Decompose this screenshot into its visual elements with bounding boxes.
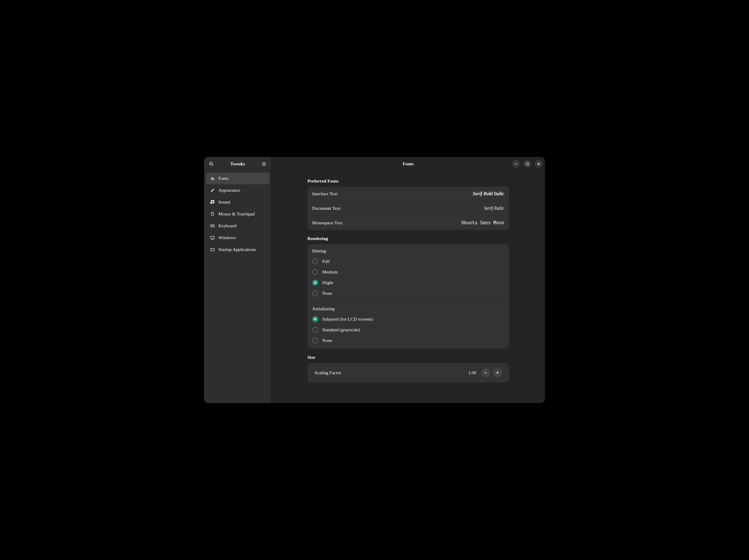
keyboard-icon <box>210 223 215 228</box>
hinting-none-row[interactable]: None <box>307 288 509 299</box>
hinting-option-label: None <box>322 291 333 296</box>
hinting-medium-row[interactable]: Medium <box>307 267 509 277</box>
section-title-size: Size <box>307 355 509 360</box>
hinting-option-label: Slight <box>322 280 333 285</box>
radio-icon <box>312 327 318 333</box>
svg-line-1 <box>212 165 213 166</box>
antialiasing-option-label: None <box>322 338 333 343</box>
scaling-increment-button[interactable] <box>493 368 502 377</box>
menu-button[interactable] <box>259 159 269 169</box>
antialiasing-section: Antialiasing Subpixel (for LCD screens) … <box>307 302 509 349</box>
appearance-icon <box>210 188 215 193</box>
close-icon <box>537 163 540 165</box>
page-title: Fonts <box>272 161 545 167</box>
monospace-text-label: Monospace Text <box>312 220 343 225</box>
sidebar-item-startup-applications[interactable]: Startup Applications <box>206 243 269 255</box>
hinting-full-row[interactable]: Full <box>307 256 509 267</box>
scaling-factor-value[interactable]: 1.00 <box>468 370 476 375</box>
content-scroll: Preferred Fonts Interface Text Serif Bol… <box>272 171 545 403</box>
hinting-option-label: Full <box>322 259 330 264</box>
windows-icon <box>210 235 215 240</box>
scaling-factor-controls: 1.00 <box>468 368 501 377</box>
antialiasing-none-row[interactable]: None <box>307 335 509 346</box>
sidebar-item-fonts[interactable]: Fonts <box>206 172 269 184</box>
main-panel: Fonts <box>272 157 545 403</box>
sidebar-list: Fonts Appearance <box>204 171 271 257</box>
folder-icon <box>210 247 215 252</box>
sidebar-item-windows[interactable]: Windows <box>206 232 269 243</box>
search-button[interactable] <box>207 159 216 169</box>
antialiasing-standard-row[interactable]: Standard (grayscale) <box>307 324 509 335</box>
sidebar-item-label: Appearance <box>218 188 240 193</box>
sidebar-item-label: Sound <box>218 199 230 205</box>
sidebar-item-label: Startup Applications <box>218 247 256 252</box>
sidebar-item-mouse-touchpad[interactable]: Mouse & Touchpad <box>206 208 269 220</box>
rendering-group: Hinting Full Medium Slight <box>307 244 509 349</box>
minus-icon <box>484 371 487 374</box>
sound-icon <box>210 200 215 204</box>
window-controls <box>512 160 542 168</box>
scaling-decrement-button[interactable] <box>481 368 490 377</box>
plus-icon <box>496 371 499 374</box>
window: Tweaks Fonts <box>204 157 545 403</box>
hinting-option-label: Medium <box>322 269 338 275</box>
sidebar-header: Tweaks <box>204 157 271 171</box>
minimize-button[interactable] <box>512 160 520 168</box>
sidebar-item-label: Fonts <box>218 176 229 181</box>
sidebar-title: Tweaks <box>217 161 258 167</box>
interface-text-label: Interface Text <box>312 191 338 196</box>
preferred-fonts-group: Interface Text Serif Bold Italic Documen… <box>307 187 509 230</box>
hinting-section: Hinting Full Medium Slight <box>307 244 509 302</box>
monospace-text-row[interactable]: Monospace Text Ubuntu Sans Mono <box>307 216 509 230</box>
document-text-label: Document Text <box>312 206 340 211</box>
close-button[interactable] <box>535 160 542 168</box>
antialiasing-option-label: Subpixel (for LCD screens) <box>322 317 373 322</box>
hamburger-icon <box>262 161 266 166</box>
main-header: Fonts <box>272 157 545 171</box>
document-text-value: Serif Italic <box>484 206 504 211</box>
radio-icon <box>312 269 318 275</box>
antialiasing-option-label: Standard (grayscale) <box>322 327 360 332</box>
content: Preferred Fonts Interface Text Serif Bol… <box>302 178 515 383</box>
maximize-button[interactable] <box>523 160 531 168</box>
svg-point-0 <box>210 163 212 165</box>
interface-text-row[interactable]: Interface Text Serif Bold Italic <box>307 187 509 201</box>
svg-rect-9 <box>211 224 215 227</box>
hinting-slight-row[interactable]: Slight <box>307 277 509 288</box>
mouse-icon <box>210 212 215 216</box>
radio-icon <box>312 290 318 296</box>
svg-rect-18 <box>527 163 529 165</box>
scaling-factor-row: Scaling Factor 1.00 <box>307 363 509 383</box>
sidebar-item-appearance[interactable]: Appearance <box>206 184 269 196</box>
radio-checked-icon <box>312 316 318 322</box>
hinting-heading: Hinting <box>307 244 509 256</box>
monospace-text-value: Ubuntu Sans Mono <box>461 220 504 225</box>
size-group: Scaling Factor 1.00 <box>307 363 509 383</box>
radio-icon <box>312 258 318 264</box>
antialiasing-heading: Antialiasing <box>307 302 509 314</box>
svg-rect-15 <box>211 236 214 239</box>
svg-rect-7 <box>211 212 214 216</box>
search-icon <box>209 161 214 166</box>
fonts-icon <box>210 176 215 181</box>
sidebar: Tweaks Fonts <box>204 157 272 403</box>
antialiasing-subpixel-row[interactable]: Subpixel (for LCD screens) <box>307 314 509 324</box>
radio-icon <box>312 338 318 343</box>
sidebar-item-label: Keyboard <box>218 223 236 229</box>
document-text-row[interactable]: Document Text Serif Italic <box>307 201 509 216</box>
minimize-icon <box>515 163 518 165</box>
maximize-icon <box>526 163 529 165</box>
scaling-factor-label: Scaling Factor <box>315 370 341 375</box>
sidebar-item-label: Windows <box>218 235 236 240</box>
sidebar-item-label: Mouse & Touchpad <box>218 211 255 217</box>
radio-checked-icon <box>312 280 318 286</box>
interface-text-value: Serif Bold Italic <box>473 191 504 196</box>
sidebar-item-keyboard[interactable]: Keyboard <box>206 220 269 232</box>
sidebar-item-sound[interactable]: Sound <box>206 196 269 208</box>
section-title-preferred-fonts: Preferred Fonts <box>307 178 509 184</box>
section-title-rendering: Rendering <box>307 236 509 241</box>
